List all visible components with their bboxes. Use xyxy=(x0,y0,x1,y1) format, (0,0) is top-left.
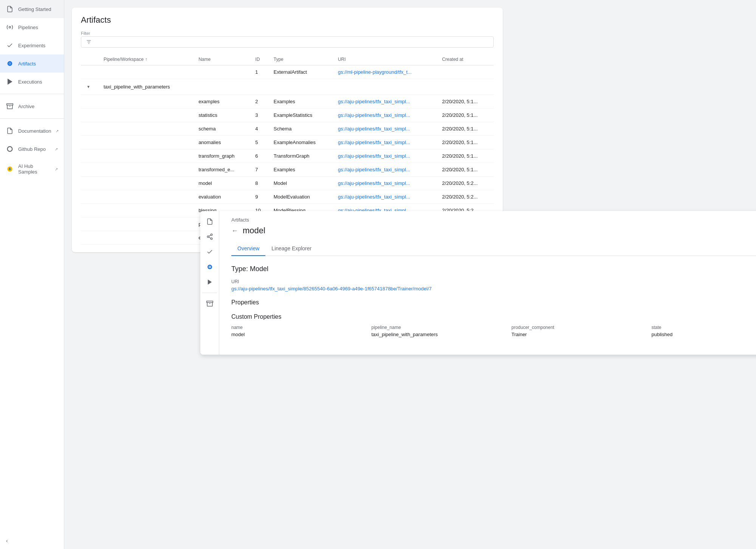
table-row[interactable]: statistics 3 ExampleStatistics gs://aju-… xyxy=(81,109,494,122)
properties-section-title: Properties xyxy=(231,299,756,306)
uri-link[interactable]: gs://aju-pipelines/tfx_taxi_simpl... xyxy=(338,194,410,200)
table-row[interactable]: anomalies 5 ExampleAnomalies gs://aju-pi… xyxy=(81,136,494,149)
prop-name-label: name xyxy=(231,325,366,330)
sidebar-divider-2 xyxy=(0,118,64,119)
uri-cell xyxy=(333,79,438,95)
created-cell: 2/20/2020, 5:1... xyxy=(438,136,494,149)
svg-line-18 xyxy=(209,235,211,236)
expand-cell xyxy=(81,190,99,204)
detail-archive-icon[interactable] xyxy=(204,298,216,310)
breadcrumb: Artifacts xyxy=(231,217,756,223)
detail-sidebar-divider xyxy=(202,293,217,293)
expand-cell xyxy=(81,95,99,109)
expand-cell xyxy=(81,65,99,79)
table-row[interactable]: examples 2 Examples gs://aju-pipelines/t… xyxy=(81,95,494,109)
table-row[interactable]: 1 ExternalArtifact gs://ml-pipeline-play… xyxy=(81,65,494,79)
detail-artifact-icon[interactable] xyxy=(204,261,216,273)
th-id: ID xyxy=(251,54,269,65)
id-cell: 1 xyxy=(251,65,269,79)
id-cell: 3 xyxy=(251,109,269,122)
name-cell: statistics xyxy=(194,109,251,122)
doc-external-icon xyxy=(6,127,14,135)
sidebar-item-experiments[interactable]: Experiments xyxy=(0,36,64,54)
pipeline-cell xyxy=(99,217,194,231)
sidebar-collapse-button[interactable]: ‹ xyxy=(0,532,64,549)
name-cell xyxy=(194,79,251,95)
uri-cell: gs://aju-pipelines/tfx_taxi_simpl... xyxy=(333,190,438,204)
sidebar-label-executions: Executions xyxy=(18,79,42,85)
pipeline-name-label: taxi_pipeline_with_parameters xyxy=(104,84,170,90)
id-cell: 2 xyxy=(251,95,269,109)
type-cell: Model xyxy=(269,177,333,190)
github-icon xyxy=(6,145,14,153)
expand-cell[interactable]: ▼ xyxy=(81,79,99,95)
table-row[interactable]: model 8 Model gs://aju-pipelines/tfx_tax… xyxy=(81,177,494,190)
id-cell: 6 xyxy=(251,149,269,163)
expand-cell xyxy=(81,122,99,136)
uri-link[interactable]: gs://aju-pipelines/tfx_taxi_simpl... xyxy=(338,180,410,186)
prop-pipeline-value: taxi_pipeline_with_parameters xyxy=(372,332,506,337)
expand-chevron-icon[interactable]: ▼ xyxy=(85,84,91,90)
sidebar-item-archive[interactable]: Archive xyxy=(0,97,64,115)
detail-check-icon[interactable] xyxy=(204,246,216,258)
sidebar-item-pipelines[interactable]: Pipelines xyxy=(0,18,64,36)
detail-doc-icon[interactable] xyxy=(204,216,216,228)
uri-link[interactable]: gs://ml-pipeline-playground/tfx_t... xyxy=(338,69,412,75)
th-pipeline[interactable]: Pipeline/Workspace ↑ xyxy=(99,54,194,65)
created-col-label: Created at xyxy=(442,57,463,62)
filter-box[interactable] xyxy=(81,36,494,48)
svg-rect-23 xyxy=(206,301,213,302)
created-cell: 2/20/2020, 5:1... xyxy=(438,163,494,177)
uri-cell: gs://aju-pipelines/tfx_taxi_simpl... xyxy=(333,122,438,136)
tab-lineage[interactable]: Lineage Explorer xyxy=(265,242,318,256)
sidebar-item-ai-hub[interactable]: AI Hub Samples ↗ xyxy=(0,158,64,180)
uri-link[interactable]: gs://aju-pipelines/tfx_taxi_simpl... xyxy=(338,140,410,145)
name-col-label: Name xyxy=(198,57,211,62)
pipeline-sort-button[interactable]: Pipeline/Workspace ↑ xyxy=(104,57,147,62)
experiments-icon xyxy=(6,42,14,49)
uri-link[interactable]: gs://aju-pipelines/tfx_taxi_simpl... xyxy=(338,112,410,118)
tab-overview-label: Overview xyxy=(237,245,259,251)
tab-overview[interactable]: Overview xyxy=(231,242,265,256)
table-row[interactable]: schema 4 Schema gs://aju-pipelines/tfx_t… xyxy=(81,122,494,136)
pipeline-cell xyxy=(99,109,194,122)
tab-lineage-label: Lineage Explorer xyxy=(271,245,311,251)
pipeline-cell xyxy=(99,177,194,190)
table-row[interactable]: evaluation 9 ModelEvaluation gs://aju-pi… xyxy=(81,190,494,204)
detail-play-icon[interactable] xyxy=(204,276,216,288)
back-button[interactable]: ← xyxy=(231,227,238,235)
type-cell: Examples xyxy=(269,95,333,109)
name-cell: evaluation xyxy=(194,190,251,204)
prop-producer-label: producer_component xyxy=(511,325,646,330)
created-cell xyxy=(438,65,494,79)
ai-hub-icon xyxy=(6,165,14,173)
table-row[interactable]: ▼ taxi_pipeline_with_parameters xyxy=(81,79,494,95)
detail-share-icon[interactable] xyxy=(204,231,216,243)
sidebar-item-getting-started[interactable]: Getting Started xyxy=(0,0,64,18)
sidebar-item-documentation[interactable]: Documentation ↗ xyxy=(0,122,64,140)
uri-link[interactable]: gs://aju-pipelines/tfx_taxi_simpl... xyxy=(338,126,410,132)
uri-link[interactable]: gs://aju-pipelines/tfx_taxi_simpl... xyxy=(338,99,410,104)
prop-state-value: published xyxy=(652,332,756,337)
filter-icon xyxy=(86,39,92,45)
id-cell: 8 xyxy=(251,177,269,190)
document-icon xyxy=(6,5,14,13)
detail-uri-link[interactable]: gs://aju-pipelines/tfx_taxi_simple/85265… xyxy=(231,286,432,292)
sidebar-item-github[interactable]: Github Repo ↗ xyxy=(0,140,64,158)
uri-link[interactable]: gs://aju-pipelines/tfx_taxi_simpl... xyxy=(338,153,410,159)
name-cell: schema xyxy=(194,122,251,136)
custom-properties-grid: name model pipeline_name taxi_pipeline_w… xyxy=(231,325,756,337)
th-created: Created at xyxy=(438,54,494,65)
table-row[interactable]: transformed_e... 7 Examples gs://aju-pip… xyxy=(81,163,494,177)
page-title: Artifacts xyxy=(81,15,494,25)
svg-point-8 xyxy=(8,147,12,151)
pipeline-cell xyxy=(99,149,194,163)
name-cell: model xyxy=(194,177,251,190)
table-row[interactable]: transform_graph 6 TransformGraph gs://aj… xyxy=(81,149,494,163)
svg-rect-5 xyxy=(7,104,13,105)
expand-cell xyxy=(81,177,99,190)
sidebar-item-executions[interactable]: Executions xyxy=(0,73,64,91)
uri-link[interactable]: gs://aju-pipelines/tfx_taxi_simpl... xyxy=(338,167,410,172)
sidebar-item-artifacts[interactable]: Artifacts xyxy=(0,54,64,73)
expand-cell xyxy=(81,149,99,163)
